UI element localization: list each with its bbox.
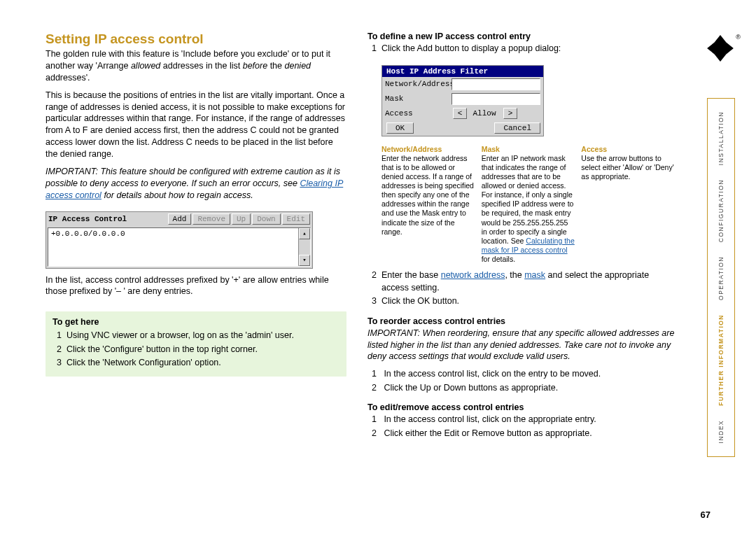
intro-paragraph-1: The golden rule with this feature is 'In…	[46, 48, 346, 84]
get-here-title: To get here	[52, 317, 340, 327]
remove-button[interactable]: Remove	[192, 213, 230, 225]
prev-arrow-button[interactable]: <	[453, 108, 467, 119]
edit-step-1: 1 In the access control list, click on t…	[368, 414, 676, 426]
list-entry[interactable]: +0.0.0.0/0.0.0.0	[51, 230, 125, 238]
edit-button[interactable]: Edit	[282, 213, 310, 225]
col-mask-heading: Mask	[482, 145, 576, 154]
mask-link[interactable]: mask	[524, 270, 545, 280]
edit-title: To edit/remove access control entries	[368, 402, 676, 412]
host-ip-filter-dialog: Host IP Address Filter Network/Address M…	[382, 65, 544, 136]
registered-mark: ®	[736, 34, 741, 41]
scroll-up-icon[interactable]: ▴	[299, 228, 310, 239]
get-here-item: 2 Click the 'Configure' button in the to…	[52, 344, 340, 356]
ok-button[interactable]: OK	[386, 122, 414, 134]
section-title: Setting IP access control	[46, 31, 346, 47]
ip-access-control-panel: IP Access Control Add Remove Up Down Edi…	[46, 211, 313, 269]
reorder-title: To reorder access control entries	[368, 316, 676, 326]
edit-step-2: 2 Click either the Edit or Remove button…	[368, 428, 676, 440]
intro-paragraph-3: In the list, access control addresses pr…	[46, 274, 346, 298]
get-here-item: 3 Click the 'Network Configuration' opti…	[52, 357, 340, 370]
nav-further-information[interactable]: FURTHER INFORMATION	[718, 314, 724, 406]
col-network-heading: Network/Address	[382, 145, 476, 154]
field-explanation-columns: Network/Address Enter the network addres…	[382, 145, 676, 265]
network-address-label: Network/Address	[385, 80, 451, 88]
access-label: Access	[385, 109, 451, 118]
get-here-item: 1 Using VNC viewer or a browser, log on …	[52, 330, 340, 342]
to-get-here-box: To get here 1 Using VNC viewer or a brow…	[46, 311, 346, 377]
define-step-3: 3 Click the OK button.	[368, 295, 676, 308]
define-step-2: 2 Enter the base network address, the ma…	[368, 269, 676, 294]
access-control-list[interactable]: +0.0.0.0/0.0.0.0 ▴ ▾	[48, 227, 311, 267]
side-navigation: INSTALLATION CONFIGURATION OPERATION FUR…	[707, 98, 735, 457]
intro-paragraph-2: This is because the positions of entries…	[46, 90, 346, 160]
up-button[interactable]: Up	[232, 213, 251, 225]
dialog-title: Host IP Address Filter	[382, 66, 543, 77]
panel-title: IP Access Control	[48, 215, 167, 223]
define-title: To define a new IP access control entry	[368, 31, 676, 41]
reorder-step-2: 2 Click the Up or Down buttons as approp…	[368, 382, 676, 395]
add-button[interactable]: Add	[168, 213, 192, 225]
nav-operation[interactable]: OPERATION	[718, 256, 724, 300]
access-value: Allow	[467, 109, 502, 118]
col-access-text: Use the arrow buttons to select either '…	[581, 154, 673, 181]
nav-index[interactable]: INDEX	[718, 420, 724, 443]
scrollbar[interactable]: ▴ ▾	[298, 228, 310, 266]
intro-important: IMPORTANT: This feature should be config…	[46, 166, 346, 202]
brand-logo-icon	[706, 34, 735, 63]
reorder-important: IMPORTANT: When reordering, ensure that …	[368, 328, 676, 363]
down-button[interactable]: Down	[252, 213, 280, 225]
define-step-1: 1 Click the Add button to display a popu…	[368, 43, 676, 55]
scroll-down-icon[interactable]: ▾	[299, 255, 310, 266]
network-address-input[interactable]	[451, 78, 540, 90]
cancel-button[interactable]: Cancel	[494, 122, 540, 134]
col-mask-text: Enter an IP network mask that indicates …	[482, 154, 574, 245]
next-arrow-button[interactable]: >	[503, 108, 517, 119]
col-network-text: Enter the network address that is to be …	[382, 154, 474, 236]
col-access-heading: Access	[581, 145, 676, 154]
nav-configuration[interactable]: CONFIGURATION	[718, 179, 724, 242]
reorder-step-1: 1 In the access control list, click on t…	[368, 368, 676, 381]
nav-installation[interactable]: INSTALLATION	[718, 111, 724, 165]
page-number: 67	[701, 510, 710, 520]
mask-label: Mask	[385, 94, 451, 103]
mask-input[interactable]	[451, 93, 540, 105]
network-address-link[interactable]: network address	[441, 270, 505, 280]
